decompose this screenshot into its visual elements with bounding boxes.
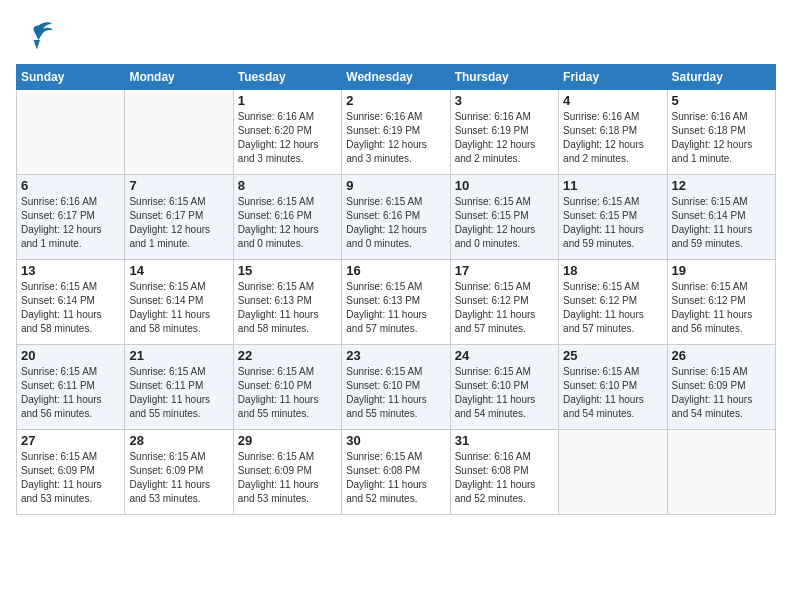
calendar-week-row: 13Sunrise: 6:15 AM Sunset: 6:14 PM Dayli… [17, 260, 776, 345]
day-number: 10 [455, 178, 554, 193]
day-number: 17 [455, 263, 554, 278]
day-number: 28 [129, 433, 228, 448]
day-info: Sunrise: 6:15 AM Sunset: 6:12 PM Dayligh… [455, 280, 554, 336]
calendar-cell: 6Sunrise: 6:16 AM Sunset: 6:17 PM Daylig… [17, 175, 125, 260]
day-number: 19 [672, 263, 771, 278]
day-number: 23 [346, 348, 445, 363]
day-info: Sunrise: 6:15 AM Sunset: 6:16 PM Dayligh… [346, 195, 445, 251]
calendar-week-row: 1Sunrise: 6:16 AM Sunset: 6:20 PM Daylig… [17, 90, 776, 175]
weekday-header-cell: Thursday [450, 65, 558, 90]
weekday-header-cell: Tuesday [233, 65, 341, 90]
day-number: 13 [21, 263, 120, 278]
calendar-week-row: 27Sunrise: 6:15 AM Sunset: 6:09 PM Dayli… [17, 430, 776, 515]
day-number: 6 [21, 178, 120, 193]
day-info: Sunrise: 6:15 AM Sunset: 6:12 PM Dayligh… [563, 280, 662, 336]
day-number: 24 [455, 348, 554, 363]
weekday-header-row: SundayMondayTuesdayWednesdayThursdayFrid… [17, 65, 776, 90]
calendar-cell: 18Sunrise: 6:15 AM Sunset: 6:12 PM Dayli… [559, 260, 667, 345]
day-info: Sunrise: 6:15 AM Sunset: 6:15 PM Dayligh… [455, 195, 554, 251]
calendar-cell [17, 90, 125, 175]
day-info: Sunrise: 6:16 AM Sunset: 6:20 PM Dayligh… [238, 110, 337, 166]
day-info: Sunrise: 6:15 AM Sunset: 6:12 PM Dayligh… [672, 280, 771, 336]
day-number: 3 [455, 93, 554, 108]
day-number: 31 [455, 433, 554, 448]
weekday-header-cell: Sunday [17, 65, 125, 90]
calendar-cell: 16Sunrise: 6:15 AM Sunset: 6:13 PM Dayli… [342, 260, 450, 345]
day-info: Sunrise: 6:16 AM Sunset: 6:08 PM Dayligh… [455, 450, 554, 506]
calendar-body: 1Sunrise: 6:16 AM Sunset: 6:20 PM Daylig… [17, 90, 776, 515]
day-number: 4 [563, 93, 662, 108]
day-number: 25 [563, 348, 662, 363]
day-info: Sunrise: 6:15 AM Sunset: 6:13 PM Dayligh… [346, 280, 445, 336]
day-number: 8 [238, 178, 337, 193]
calendar-cell: 12Sunrise: 6:15 AM Sunset: 6:14 PM Dayli… [667, 175, 775, 260]
day-info: Sunrise: 6:15 AM Sunset: 6:10 PM Dayligh… [563, 365, 662, 421]
weekday-header-cell: Monday [125, 65, 233, 90]
calendar-cell: 22Sunrise: 6:15 AM Sunset: 6:10 PM Dayli… [233, 345, 341, 430]
calendar-cell [667, 430, 775, 515]
calendar-cell: 13Sunrise: 6:15 AM Sunset: 6:14 PM Dayli… [17, 260, 125, 345]
day-info: Sunrise: 6:15 AM Sunset: 6:10 PM Dayligh… [455, 365, 554, 421]
day-number: 20 [21, 348, 120, 363]
weekday-header-cell: Friday [559, 65, 667, 90]
calendar-cell: 23Sunrise: 6:15 AM Sunset: 6:10 PM Dayli… [342, 345, 450, 430]
day-number: 18 [563, 263, 662, 278]
calendar-week-row: 20Sunrise: 6:15 AM Sunset: 6:11 PM Dayli… [17, 345, 776, 430]
logo [16, 16, 60, 56]
calendar-cell: 1Sunrise: 6:16 AM Sunset: 6:20 PM Daylig… [233, 90, 341, 175]
day-info: Sunrise: 6:15 AM Sunset: 6:09 PM Dayligh… [129, 450, 228, 506]
day-number: 16 [346, 263, 445, 278]
day-info: Sunrise: 6:15 AM Sunset: 6:16 PM Dayligh… [238, 195, 337, 251]
day-number: 22 [238, 348, 337, 363]
day-info: Sunrise: 6:16 AM Sunset: 6:19 PM Dayligh… [346, 110, 445, 166]
day-info: Sunrise: 6:16 AM Sunset: 6:17 PM Dayligh… [21, 195, 120, 251]
day-number: 11 [563, 178, 662, 193]
day-number: 29 [238, 433, 337, 448]
calendar-cell: 30Sunrise: 6:15 AM Sunset: 6:08 PM Dayli… [342, 430, 450, 515]
calendar-cell: 27Sunrise: 6:15 AM Sunset: 6:09 PM Dayli… [17, 430, 125, 515]
day-info: Sunrise: 6:15 AM Sunset: 6:09 PM Dayligh… [21, 450, 120, 506]
day-number: 21 [129, 348, 228, 363]
calendar-cell: 21Sunrise: 6:15 AM Sunset: 6:11 PM Dayli… [125, 345, 233, 430]
calendar-table: SundayMondayTuesdayWednesdayThursdayFrid… [16, 64, 776, 515]
calendar-cell: 3Sunrise: 6:16 AM Sunset: 6:19 PM Daylig… [450, 90, 558, 175]
calendar-cell: 28Sunrise: 6:15 AM Sunset: 6:09 PM Dayli… [125, 430, 233, 515]
day-number: 12 [672, 178, 771, 193]
weekday-header-cell: Saturday [667, 65, 775, 90]
day-number: 7 [129, 178, 228, 193]
calendar-cell: 14Sunrise: 6:15 AM Sunset: 6:14 PM Dayli… [125, 260, 233, 345]
day-number: 27 [21, 433, 120, 448]
day-number: 15 [238, 263, 337, 278]
calendar-cell: 11Sunrise: 6:15 AM Sunset: 6:15 PM Dayli… [559, 175, 667, 260]
logo-icon [16, 16, 56, 56]
day-info: Sunrise: 6:16 AM Sunset: 6:18 PM Dayligh… [563, 110, 662, 166]
calendar-cell: 9Sunrise: 6:15 AM Sunset: 6:16 PM Daylig… [342, 175, 450, 260]
calendar-cell: 8Sunrise: 6:15 AM Sunset: 6:16 PM Daylig… [233, 175, 341, 260]
calendar-cell: 24Sunrise: 6:15 AM Sunset: 6:10 PM Dayli… [450, 345, 558, 430]
day-info: Sunrise: 6:15 AM Sunset: 6:14 PM Dayligh… [672, 195, 771, 251]
calendar-cell: 7Sunrise: 6:15 AM Sunset: 6:17 PM Daylig… [125, 175, 233, 260]
calendar-cell: 10Sunrise: 6:15 AM Sunset: 6:15 PM Dayli… [450, 175, 558, 260]
page-header [16, 16, 776, 56]
calendar-cell: 4Sunrise: 6:16 AM Sunset: 6:18 PM Daylig… [559, 90, 667, 175]
calendar-cell: 31Sunrise: 6:16 AM Sunset: 6:08 PM Dayli… [450, 430, 558, 515]
day-info: Sunrise: 6:15 AM Sunset: 6:08 PM Dayligh… [346, 450, 445, 506]
day-number: 14 [129, 263, 228, 278]
day-info: Sunrise: 6:15 AM Sunset: 6:09 PM Dayligh… [238, 450, 337, 506]
calendar-week-row: 6Sunrise: 6:16 AM Sunset: 6:17 PM Daylig… [17, 175, 776, 260]
calendar-cell: 19Sunrise: 6:15 AM Sunset: 6:12 PM Dayli… [667, 260, 775, 345]
day-number: 26 [672, 348, 771, 363]
day-info: Sunrise: 6:15 AM Sunset: 6:13 PM Dayligh… [238, 280, 337, 336]
weekday-header-cell: Wednesday [342, 65, 450, 90]
day-info: Sunrise: 6:15 AM Sunset: 6:14 PM Dayligh… [129, 280, 228, 336]
day-info: Sunrise: 6:15 AM Sunset: 6:15 PM Dayligh… [563, 195, 662, 251]
day-info: Sunrise: 6:15 AM Sunset: 6:11 PM Dayligh… [129, 365, 228, 421]
day-info: Sunrise: 6:15 AM Sunset: 6:10 PM Dayligh… [346, 365, 445, 421]
day-info: Sunrise: 6:16 AM Sunset: 6:19 PM Dayligh… [455, 110, 554, 166]
calendar-cell: 25Sunrise: 6:15 AM Sunset: 6:10 PM Dayli… [559, 345, 667, 430]
day-info: Sunrise: 6:15 AM Sunset: 6:14 PM Dayligh… [21, 280, 120, 336]
day-info: Sunrise: 6:16 AM Sunset: 6:18 PM Dayligh… [672, 110, 771, 166]
calendar-cell: 15Sunrise: 6:15 AM Sunset: 6:13 PM Dayli… [233, 260, 341, 345]
calendar-cell: 5Sunrise: 6:16 AM Sunset: 6:18 PM Daylig… [667, 90, 775, 175]
calendar-cell: 29Sunrise: 6:15 AM Sunset: 6:09 PM Dayli… [233, 430, 341, 515]
